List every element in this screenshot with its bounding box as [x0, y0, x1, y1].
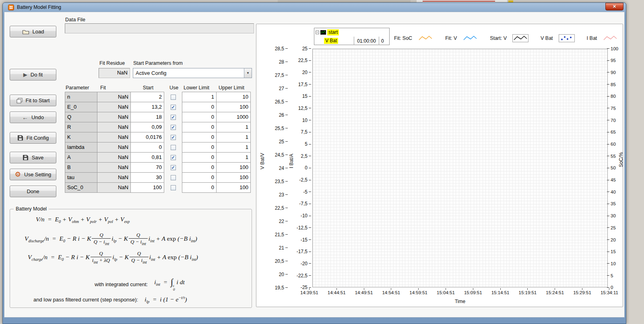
- undo-button[interactable]: ← Undo: [10, 111, 56, 123]
- axis-tick-label: 90: [607, 70, 624, 75]
- legend-item[interactable]: Fit: V: [445, 35, 478, 42]
- load-button[interactable]: Load: [10, 26, 56, 37]
- fit-residue-number: NaN: [117, 70, 128, 76]
- axis-tick-label: 65: [607, 130, 624, 135]
- table-row: QNaN18✓01000: [65, 112, 252, 122]
- axis-tick-label: 26,5: [266, 99, 288, 104]
- use-checkbox[interactable]: [164, 92, 182, 102]
- lower-limit-input[interactable]: 0: [182, 112, 217, 122]
- lower-limit-input[interactable]: 1: [182, 92, 217, 102]
- y-axis-vbat-title: V Bat/V: [260, 153, 265, 169]
- axis-tick-label: -20: [294, 261, 311, 266]
- play-icon: ▶: [23, 72, 27, 77]
- legend-sample[interactable]: [603, 35, 618, 42]
- upper-limit-input[interactable]: 1: [216, 122, 251, 132]
- lower-limit-input[interactable]: 0: [182, 152, 217, 163]
- start-value-input[interactable]: 13,2: [130, 102, 164, 112]
- legend-item[interactable]: V Bat: [541, 34, 575, 42]
- upper-limit-input[interactable]: 100: [216, 182, 251, 193]
- cursor-time-value[interactable]: 01:00:00: [354, 37, 379, 45]
- lower-limit-input[interactable]: 0: [182, 102, 217, 112]
- legend-sample[interactable]: [512, 34, 528, 42]
- upper-limit-input[interactable]: 1: [216, 152, 251, 163]
- use-checkbox[interactable]: [164, 172, 182, 183]
- equation-discharge: Vdischarge/n = E0 − R i − KQQ − iintilp …: [25, 232, 197, 247]
- start-value-input[interactable]: 100: [130, 182, 164, 193]
- close-button[interactable]: ✕: [605, 3, 623, 10]
- x-axis-ticks: 14:39:5114:44:5114:49:5114:54:5114:59:51…: [300, 288, 618, 295]
- fit-config-button[interactable]: Fit Config: [10, 132, 56, 144]
- title-bar[interactable]: Battery Model Fitting: [3, 3, 603, 12]
- tree-item-start[interactable]: start: [327, 29, 339, 35]
- fit-value-cell: NaN: [97, 152, 131, 163]
- lower-limit-input[interactable]: 0: [182, 172, 217, 183]
- legend-sample[interactable]: [418, 35, 433, 42]
- done-button[interactable]: Done: [10, 186, 56, 197]
- lower-limit-input[interactable]: 0: [182, 142, 217, 153]
- upper-limit-input[interactable]: 1000: [216, 112, 251, 122]
- tree-row-vbat: V Bat 01:00:00 0: [314, 37, 389, 45]
- axis-tick-label: 30: [607, 213, 624, 219]
- upper-limit-input[interactable]: 1: [216, 132, 251, 142]
- upper-limit-input[interactable]: 100: [216, 162, 251, 173]
- start-value-input[interactable]: 30: [130, 172, 164, 183]
- use-checkbox[interactable]: ✓: [164, 102, 182, 112]
- tree-indent: [314, 37, 324, 45]
- axis-tick-label: 24,5: [266, 152, 288, 157]
- axis-tick-label: 25: [294, 46, 311, 51]
- legend-label: V Bat: [541, 35, 553, 41]
- fit-to-start-button[interactable]: Fit to Start: [10, 95, 56, 106]
- start-value-input[interactable]: 0,81: [130, 152, 164, 163]
- use-checkbox[interactable]: [164, 142, 182, 153]
- use-checkbox[interactable]: ✓: [164, 162, 182, 173]
- start-value-input[interactable]: 0,09: [130, 122, 164, 132]
- plot-area: [312, 49, 608, 287]
- axis-tick-label: -17,5: [294, 249, 311, 254]
- start-params-dropdown[interactable]: Active Config ▼: [133, 68, 252, 78]
- start-value-input[interactable]: 2: [130, 92, 164, 102]
- legend-item[interactable]: Start: V: [490, 34, 528, 42]
- axis-tick-label: 15:19:51: [519, 288, 537, 295]
- lower-limit-input[interactable]: 0: [182, 132, 217, 142]
- upper-limit-input[interactable]: 1: [216, 142, 251, 153]
- data-file-input[interactable]: [65, 23, 254, 33]
- tree-expander-icon[interactable]: −: [316, 31, 319, 34]
- use-checkbox[interactable]: ✓: [164, 122, 182, 132]
- use-checkbox[interactable]: [164, 182, 182, 193]
- upper-limit-input[interactable]: 10: [216, 92, 251, 102]
- lower-limit-input[interactable]: 0: [182, 122, 217, 132]
- param-name-cell: K: [65, 132, 97, 142]
- use-checkbox[interactable]: ✓: [164, 132, 182, 142]
- y-axis-soc-title: SoC/%: [618, 152, 624, 167]
- close-icon: ✕: [613, 4, 616, 9]
- use-checkbox[interactable]: ✓: [164, 112, 182, 122]
- start-value-input[interactable]: 18: [130, 112, 164, 122]
- use-checkbox[interactable]: ✓: [164, 152, 182, 163]
- axis-tick-label: 15:09:51: [464, 288, 482, 295]
- axis-tick-label: -12,5: [294, 225, 311, 230]
- dropdown-arrow-icon[interactable]: ▼: [244, 68, 252, 78]
- legend-sample[interactable]: [559, 34, 575, 42]
- fit-config-label: Fit Config: [27, 135, 49, 141]
- upper-limit-input[interactable]: 100: [216, 172, 251, 183]
- start-value-input[interactable]: 0: [130, 142, 164, 153]
- upper-limit-input[interactable]: 100: [216, 102, 251, 112]
- done-label: Done: [27, 188, 39, 194]
- axis-tick-label: 40: [607, 189, 624, 194]
- lower-limit-input[interactable]: 0: [182, 182, 217, 193]
- start-value-input[interactable]: 70: [130, 162, 164, 173]
- start-value-input[interactable]: 0,0176: [130, 132, 164, 142]
- axis-tick-label: 14:59:51: [409, 288, 427, 295]
- use-setting-button[interactable]: ⚙ Use Setting: [10, 169, 56, 180]
- legend-item[interactable]: I Bat: [587, 35, 618, 42]
- table-row: BNaN70✓0100: [65, 162, 252, 173]
- cursor-count-value[interactable]: 0: [379, 37, 389, 45]
- legend-item[interactable]: Fit: SoC: [394, 35, 433, 42]
- table-row: tauNaN300100: [65, 172, 252, 183]
- legend-sample[interactable]: [462, 35, 478, 42]
- do-fit-button[interactable]: ▶ Do fit: [10, 69, 56, 80]
- axis-tick-label: 15:14:51: [491, 288, 510, 295]
- save-button[interactable]: Save: [10, 152, 56, 163]
- lower-limit-input[interactable]: 0: [182, 162, 217, 173]
- tree-item-vbat[interactable]: V Bat: [324, 38, 338, 44]
